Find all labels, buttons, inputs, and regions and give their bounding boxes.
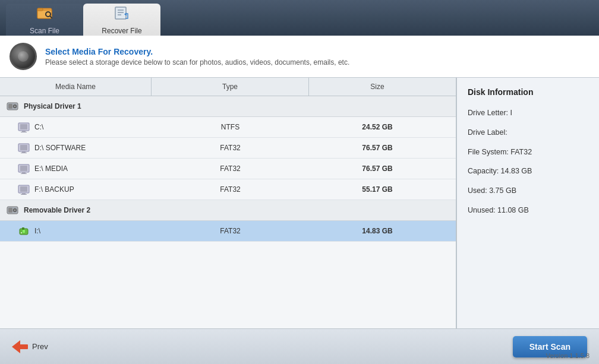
drive-row-c[interactable]: C:\ NTFS 24.52 GB [0,117,456,138]
info-text-block: Select Media For Recovery. Please select… [45,47,349,67]
tab-recover-file[interactable]: Recover File [83,4,160,36]
info-orb [10,43,37,70]
tab-recover-file-label: Recover File [102,27,141,35]
svg-marker-38 [12,340,20,353]
drive-f-label: F:\ BACKUP [34,185,74,194]
svg-rect-11 [8,104,12,109]
drive-e-name: E:\ MEDIA [0,159,152,179]
svg-rect-23 [20,166,27,171]
disk-info-capacity: Capacity: 14.83 GB [468,166,588,177]
col-type: Type [152,78,309,96]
drive-d-label: D:\ SOFTWARE [34,144,86,152]
group-physical-driver-1: Physical Driver 1 [0,96,456,117]
drive-row-f[interactable]: F:\ BACKUP FAT32 55.17 GB [0,179,456,200]
svg-rect-1 [37,10,52,18]
svg-point-13 [14,106,15,107]
drive-f-size: 55.17 GB [309,185,446,194]
drive-c-icon [18,121,30,133]
drive-i-type: FAT32 [152,227,309,235]
svg-rect-5 [115,7,126,19]
svg-rect-29 [21,194,27,195]
drive-c-type: NTFS [152,123,309,131]
svg-rect-35 [22,227,24,230]
tab-scan-file-label: Scan File [30,27,59,35]
main-content: Media Name Type Size Physical Driver 1 [0,78,599,328]
svg-rect-31 [8,208,12,213]
prev-arrow-icon [12,340,29,353]
recover-file-icon [114,4,130,24]
drive-d-icon [18,142,30,154]
drive-e-type: FAT32 [152,164,309,173]
version-label: Version 1.1.5.8 [546,352,589,359]
group-removable-driver-2-label: Removable Driver 2 [24,206,90,214]
disk-info-unused: Unused: 11.08 GB [468,205,588,216]
prev-button[interactable]: Prev [12,340,48,353]
drive-f-name: F:\ BACKUP [0,179,152,200]
drive-row-d[interactable]: D:\ SOFTWARE FAT32 76.57 GB [0,138,456,159]
bottom-bar: Prev Start Scan Version 1.1.5.8 [0,328,599,364]
prev-label: Prev [32,342,48,351]
scan-file-icon [36,4,53,24]
drive-d-size: 76.57 GB [309,144,446,152]
drive-e-label: E:\ MEDIA [34,164,68,173]
drive-i-label: I:\ [34,227,40,235]
disk-info-used: Used: 3.75 GB [468,185,588,197]
svg-rect-15 [20,124,27,129]
svg-rect-36 [23,230,25,233]
group-removable-driver-2: Removable Driver 2 [0,200,456,221]
info-banner: Select Media For Recovery. Please select… [0,36,599,78]
svg-rect-17 [21,132,27,132]
col-size: Size [309,78,446,96]
disk-info-title: Disk Information [468,87,588,97]
drive-i-size: 14.83 GB [309,227,446,235]
disk-info-drive-label: Drive Label: [468,127,588,138]
drive-c-name: C:\ [0,117,152,137]
svg-rect-21 [21,153,27,153]
table-body: Physical Driver 1 C:\ NTFS 24.52 [0,96,456,328]
drive-e-size: 76.57 GB [309,164,446,173]
svg-rect-2 [37,8,43,11]
drive-e-icon [18,163,30,175]
disk-info-file-system: File System: FAT32 [468,147,588,158]
disk-info-drive-letter: Drive Letter: I [468,107,588,119]
drive-c-label: C:\ [34,123,43,131]
banner-title: Select Media For Recovery. [45,47,349,56]
drive-i-name: I:\ [0,221,152,241]
drive-row-i[interactable]: I:\ FAT32 14.83 GB [0,221,456,242]
hdd2-icon [6,204,19,217]
svg-rect-39 [20,344,28,349]
disk-info-panel: Disk Information Drive Letter: I Drive L… [456,78,599,328]
tab-scan-file[interactable]: Scan File [6,4,83,36]
drive-f-type: FAT32 [152,185,309,194]
hdd-icon [6,100,19,113]
drive-d-name: D:\ SOFTWARE [0,138,152,158]
svg-rect-28 [22,193,26,194]
svg-rect-25 [21,173,27,174]
group-physical-driver-1-label: Physical Driver 1 [24,102,81,110]
svg-rect-19 [20,145,27,150]
banner-subtitle: Please select a storage device below to … [45,58,349,67]
media-panel: Media Name Type Size Physical Driver 1 [0,78,456,328]
svg-rect-37 [21,232,22,233]
svg-rect-27 [20,186,27,192]
svg-rect-16 [22,131,26,132]
svg-point-33 [14,210,15,211]
table-header: Media Name Type Size [0,78,456,96]
drive-d-type: FAT32 [152,144,309,152]
drive-c-size: 24.52 GB [309,123,446,131]
svg-rect-20 [22,151,26,153]
drive-f-icon [18,183,30,195]
drive-row-e[interactable]: E:\ MEDIA FAT32 76.57 GB [0,159,456,179]
svg-rect-24 [22,172,26,173]
drive-i-icon [18,225,30,237]
col-media-name: Media Name [0,78,152,96]
tab-bar: Scan File Recover File [0,0,599,36]
